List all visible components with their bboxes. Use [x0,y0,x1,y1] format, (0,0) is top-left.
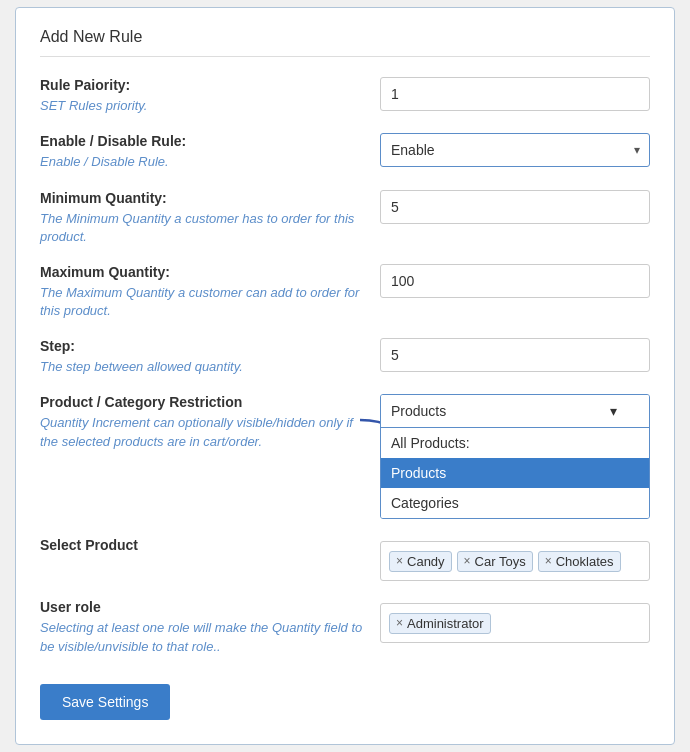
max-quantity-input[interactable] [380,264,650,298]
product-category-chevron-icon: ▾ [610,403,617,419]
product-category-selected-value: Products [391,403,446,419]
min-quantity-hint: The Minimum Quantity a customer has to o… [40,211,354,244]
tag-candy: × Candy [389,551,452,572]
enable-disable-label-col: Enable / Disable Rule: Enable / Disable … [40,133,380,171]
enable-disable-select-wrapper: Enable Disable ▾ [380,133,650,167]
select-product-tags-col: × Candy × Car Toys × Choklates [380,537,650,581]
step-input[interactable] [380,338,650,372]
user-role-row: User role Selecting at least one role wi… [40,599,650,655]
enable-disable-select-col: Enable Disable ▾ [380,133,650,167]
save-settings-button[interactable]: Save Settings [40,684,170,720]
select-product-row: Select Product × Candy × Car Toys × Chok… [40,537,650,581]
tag-choklates-remove[interactable]: × [545,554,552,568]
product-category-label: Product / Category Restriction [40,394,364,410]
min-quantity-input-col [380,190,650,224]
max-quantity-label-col: Maximum Quantity: The Maximum Quantity a… [40,264,380,320]
max-quantity-hint: The Maximum Quantity a customer can add … [40,285,359,318]
rule-priority-label-col: Rule Paiority: SET Rules priority. [40,77,380,115]
user-role-label: User role [40,599,364,615]
enable-disable-label: Enable / Disable Rule: [40,133,364,149]
min-quantity-row: Minimum Quantity: The Minimum Quantity a… [40,190,650,246]
user-role-tags-box[interactable]: × Administrator [380,603,650,643]
tag-car-toys: × Car Toys [457,551,533,572]
product-category-dropdown-trigger[interactable]: Products ▾ [381,395,649,428]
max-quantity-input-col [380,264,650,298]
step-hint: The step between allowed quantity. [40,359,243,374]
tag-candy-label: Candy [407,554,445,569]
dropdown-item-products[interactable]: Products [381,458,649,488]
tag-administrator: × Administrator [389,613,491,634]
product-category-row: Product / Category Restriction Quantity … [40,394,650,519]
rule-priority-input[interactable] [380,77,650,111]
enable-disable-hint: Enable / Disable Rule. [40,154,169,169]
max-quantity-row: Maximum Quantity: The Maximum Quantity a… [40,264,650,320]
select-product-label-col: Select Product [40,537,380,557]
rule-priority-hint: SET Rules priority. [40,98,147,113]
user-role-label-col: User role Selecting at least one role wi… [40,599,380,655]
tag-candy-remove[interactable]: × [396,554,403,568]
tag-car-toys-remove[interactable]: × [464,554,471,568]
select-product-label: Select Product [40,537,364,553]
dropdown-item-all-products[interactable]: All Products: [381,428,649,458]
rule-priority-row: Rule Paiority: SET Rules priority. [40,77,650,115]
enable-disable-select[interactable]: Enable Disable [380,133,650,167]
tag-administrator-remove[interactable]: × [396,616,403,630]
min-quantity-label: Minimum Quantity: [40,190,364,206]
select-product-tags-box[interactable]: × Candy × Car Toys × Choklates [380,541,650,581]
user-role-hint: Selecting at least one role will make th… [40,620,362,653]
step-row: Step: The step between allowed quantity. [40,338,650,376]
enable-disable-row: Enable / Disable Rule: Enable / Disable … [40,133,650,171]
add-new-rule-panel: Add New Rule Rule Paiority: SET Rules pr… [15,7,675,745]
product-category-select-col: Products ▾ All Products: Products Catego… [380,394,650,519]
tag-choklates-label: Choklates [556,554,614,569]
dropdown-item-categories[interactable]: Categories [381,488,649,518]
product-category-dropdown-list: All Products: Products Categories [381,428,649,518]
product-category-label-col: Product / Category Restriction Quantity … [40,394,380,450]
panel-title: Add New Rule [40,28,650,57]
step-label: Step: [40,338,364,354]
tag-choklates: × Choklates [538,551,621,572]
step-label-col: Step: The step between allowed quantity. [40,338,380,376]
product-category-dropdown[interactable]: Products ▾ All Products: Products Catego… [380,394,650,519]
step-input-col [380,338,650,372]
min-quantity-label-col: Minimum Quantity: The Minimum Quantity a… [40,190,380,246]
product-category-hint: Quantity Increment can optionally visibl… [40,415,353,448]
max-quantity-label: Maximum Quantity: [40,264,364,280]
rule-priority-label: Rule Paiority: [40,77,364,93]
tag-car-toys-label: Car Toys [475,554,526,569]
min-quantity-input[interactable] [380,190,650,224]
user-role-tags-col: × Administrator [380,599,650,643]
rule-priority-input-col [380,77,650,111]
tag-administrator-label: Administrator [407,616,484,631]
